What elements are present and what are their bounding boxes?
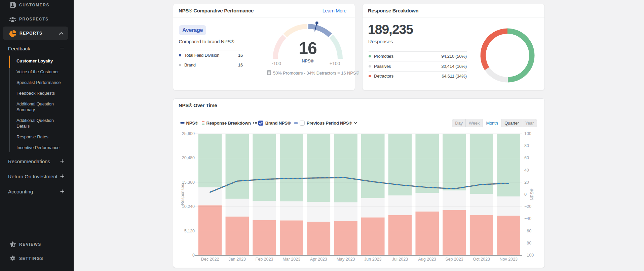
donut-segment-promoters[interactable] [507,31,532,80]
chevron-down-icon[interactable] [353,122,357,124]
previous-period-checkbox[interactable] [300,121,305,126]
series-value: 64,611 (34%) [442,74,467,79]
donut-segment-detractors[interactable] [483,31,508,69]
detractors-bar[interactable] [280,220,303,255]
passives-bar[interactable] [253,201,276,220]
breakdown-donut [480,28,537,86]
sidebar-section-accounting[interactable]: Accounting [0,184,74,199]
passives-bar[interactable] [198,187,222,205]
sidebar-item-reports[interactable]: REPORTS [3,27,68,40]
sidebar-subitem-additional-question-summary[interactable]: Additional Question Summary [0,98,74,115]
sidebar-section-label: Recommendations [8,159,50,164]
sidebar-subitem-feedback-requests[interactable]: Feedback Requests [0,88,74,98]
sidebar-subitem-customer-loyalty[interactable]: Customer Loyalty [0,55,74,66]
promoters-bar[interactable] [307,134,331,202]
series-dot [369,75,371,77]
sidebar-item-label: REPORTS [20,31,43,36]
right-axis-tick-label: −100 [524,253,534,258]
detractors-bar[interactable] [361,218,385,255]
detractors-bar[interactable] [307,222,331,255]
passives-bar[interactable] [388,195,412,215]
gauge-value: 16 [259,40,356,57]
breakdown-row: Promoters 94,210 (50%) [369,51,467,61]
promoters-bar[interactable] [388,134,412,195]
range-button-month[interactable]: Month [483,119,501,127]
x-axis-tick-label: Feb 2023 [256,257,273,262]
promoters-bar[interactable] [280,134,303,201]
passives-bar[interactable] [226,199,249,217]
range-button-quarter[interactable]: Quarter [501,119,522,127]
passives-bar[interactable] [497,196,521,216]
comparison-row: Total Field Division 16 [179,50,243,60]
range-button-day[interactable]: Day [452,119,465,127]
passives-bar[interactable] [280,201,303,221]
right-axis-tick-label: 40 [524,168,529,173]
detractors-bar[interactable] [497,216,521,255]
response-breakdown-card: Response Breakdown 189,235 Responses Pro… [362,4,545,90]
sidebar-item-settings[interactable]: SETTINGS [0,252,74,266]
promoters-bar[interactable] [415,134,439,193]
minus-icon[interactable] [60,45,64,51]
sidebar-item-prospects[interactable]: PROSPECTS [0,12,74,26]
x-axis-tick-label: Jan 2023 [229,257,246,262]
passives-bar[interactable] [470,194,493,215]
passives-bar[interactable] [334,202,357,221]
card-title: Response Breakdown [368,8,418,13]
passives-bar[interactable] [415,193,439,212]
passives-bar[interactable] [307,202,331,222]
promoters-bar[interactable] [198,134,222,187]
series-dot [369,55,371,57]
sidebar-item-customers[interactable]: CUSTOMERS [0,0,74,12]
donut-segment-passives[interactable] [487,69,508,80]
detractors-bar[interactable] [415,212,439,255]
promoters-bar[interactable] [253,134,276,201]
legend-response-breakdown: Response Breakdown [202,121,251,126]
x-axis-tick-label: May 2023 [337,257,355,262]
detractors-bar[interactable] [334,221,357,255]
sidebar-item-reviews[interactable]: REVIEWS [0,237,74,252]
sidebar-subitem-response-rates[interactable]: Response Rates [0,131,74,142]
plus-icon[interactable] [60,189,64,195]
sidebar-subitem-incentive-performance[interactable]: Incentive Performance [0,142,74,153]
detractors-bar[interactable] [253,220,276,255]
detractors-bar[interactable] [226,217,249,255]
promoters-bar[interactable] [497,134,521,196]
x-axis-tick-label: Oct 2023 [473,257,490,262]
series-value: 30,414 (16%) [441,64,467,69]
promoters-bar[interactable] [443,134,466,190]
promoters-bar[interactable] [226,134,249,199]
detractors-bar[interactable] [470,215,493,255]
promoters-bar[interactable] [334,134,357,202]
x-axis-tick-label: Jul 2023 [392,257,408,262]
sidebar-section-label: Feedback [8,46,30,51]
sidebar-item-label: PROSPECTS [19,17,49,21]
brand-nps-checkbox[interactable] [258,121,263,126]
passives-bar[interactable] [443,190,466,210]
detractors-bar[interactable] [443,210,466,255]
comparison-row: Brand 16 [179,60,243,70]
range-button-week[interactable]: Week [465,119,483,127]
sidebar-item-label: SETTINGS [19,256,43,261]
series-dot [179,54,181,56]
detractors-bar[interactable] [198,206,222,255]
plus-icon[interactable] [60,159,64,165]
breakdown-row: Detractors 64,611 (34%) [369,71,467,81]
right-axis-tick-label: −40 [524,216,531,221]
chevron-up-icon[interactable] [59,30,64,36]
sidebar-subitem-additional-question-details[interactable]: Additional Question Details [0,115,74,131]
sidebar-section-feedback[interactable]: Feedback [0,43,74,54]
sidebar-item-label: REVIEWS [19,242,41,247]
compared-subtitle: Compared to brand NPS® [179,39,234,44]
passives-bar[interactable] [361,198,385,218]
plus-icon[interactable] [60,174,64,180]
sidebar-subitem-specialist-performance[interactable]: Specialist Performance [0,77,74,88]
chart-legend: NPS® Response Breakdown Brand NPS® Previ… [180,119,357,127]
nps-formula: 50% Promoters - 34% Detractors = 16 NPS® [267,70,359,76]
range-button-year[interactable]: Year [522,119,537,127]
promoters-bar[interactable] [361,134,385,198]
sidebar-subitem-voice-of-the-customer[interactable]: Voice of the Customer [0,66,74,77]
sidebar-section-return-on-investment[interactable]: Return On Investment [0,169,74,184]
detractors-bar[interactable] [388,215,412,255]
right-axis-tick-label: 80 [524,143,529,148]
sidebar-section-recommendations[interactable]: Recommendations [0,154,74,169]
